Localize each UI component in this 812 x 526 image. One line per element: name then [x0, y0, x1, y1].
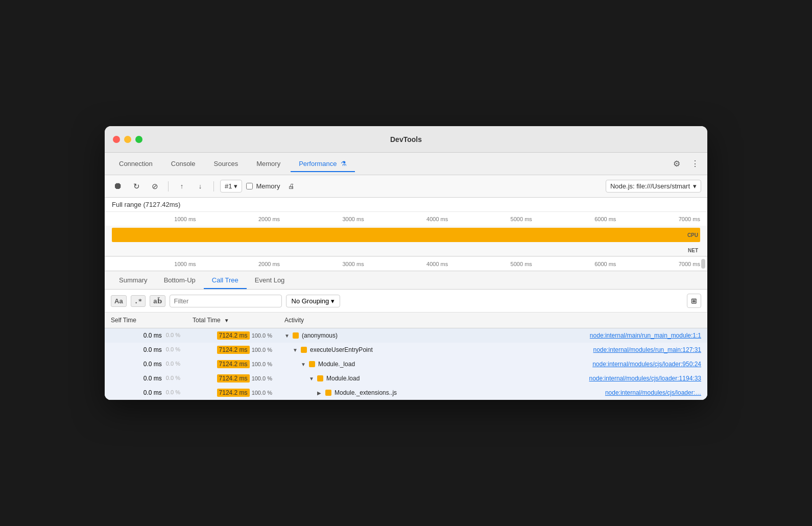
close-button[interactable]: [113, 136, 120, 143]
tab-connection[interactable]: Connection: [111, 156, 161, 172]
expand-arrow-icon[interactable]: ▼: [309, 376, 314, 381]
call-tree-table: Self Time Total Time ▼ Activity: [105, 313, 707, 400]
total-time-pct: 100.0 %: [252, 361, 272, 367]
memory-checkbox-input[interactable]: [246, 183, 253, 189]
activity-link[interactable]: node:internal/main/run_main_module:1:1: [590, 332, 701, 339]
memory-icon[interactable]: 🖨: [284, 179, 298, 194]
settings-icon[interactable]: ⚙: [671, 158, 683, 170]
expand-arrow-icon[interactable]: ▼: [301, 362, 306, 367]
table-row[interactable]: 0.0 ms 0.0 % 7124.2 ms 100.0 %: [105, 371, 707, 386]
activity-name: executeUserEntryPoint: [310, 346, 373, 353]
ruler-mark: 1000 ms: [174, 261, 196, 267]
col-header-self-time[interactable]: Self Time: [105, 313, 186, 328]
range-label: Full range (7127.42ms): [105, 198, 707, 211]
cpu-bar: [112, 228, 700, 242]
table-row[interactable]: 0.0 ms 0.0 % 7124.2 ms 100.0 %: [105, 357, 707, 371]
total-time-pct: 100.0 %: [252, 332, 272, 339]
cell-activity: ▶ Module._extensions..js node:internal/m…: [278, 386, 707, 400]
clear-button[interactable]: ⊘: [148, 179, 162, 194]
timeline-container: Full range (7127.42ms) 1000 ms 2000 ms 3…: [105, 198, 707, 271]
tab-event-log[interactable]: Event Log: [247, 271, 293, 289]
table-header-row: Self Time Total Time ▼ Activity: [105, 313, 707, 328]
tab-bar: Connection Console Sources Memory Perfor…: [105, 153, 707, 175]
record-button[interactable]: ⏺: [111, 179, 125, 194]
reload-button[interactable]: ↻: [129, 179, 144, 194]
ruler-mark: 6000 ms: [594, 261, 616, 267]
filter-input[interactable]: [170, 295, 282, 307]
self-time-value: 0.0 ms: [144, 332, 162, 339]
tab-sources[interactable]: Sources: [205, 156, 246, 172]
total-time-pct: 100.0 %: [252, 375, 272, 381]
more-options-icon[interactable]: ⋮: [689, 158, 701, 170]
cell-total-time: 7124.2 ms 100.0 %: [186, 357, 278, 371]
ruler-marks-bottom: 1000 ms 2000 ms 3000 ms 4000 ms 5000 ms …: [112, 261, 700, 267]
table-row[interactable]: 0.0 ms 0.0 % 7124.2 ms 100.0 %: [105, 386, 707, 400]
profile-selector[interactable]: #1 ▾: [220, 180, 242, 193]
tab-memory[interactable]: Memory: [248, 156, 289, 172]
ruler-mark: 2000 ms: [258, 216, 280, 222]
ruler-mark: 3000 ms: [342, 216, 364, 222]
tab-call-tree[interactable]: Call Tree: [204, 271, 247, 289]
bottom-panel: Summary Bottom-Up Call Tree Event Log Aa…: [105, 271, 707, 400]
download-button[interactable]: ↓: [193, 179, 207, 194]
cell-total-time: 7124.2 ms 100.0 %: [186, 328, 278, 343]
regex-toggle[interactable]: .*: [131, 295, 146, 307]
expand-arrow-icon[interactable]: ▼: [284, 333, 290, 339]
self-time-value: 0.0 ms: [144, 389, 162, 396]
tab-list: Connection Console Sources Memory Perfor…: [111, 156, 671, 172]
activity-link[interactable]: node:internal/modules/run_main:127:31: [593, 346, 701, 353]
total-time-pct: 100.0 %: [252, 347, 272, 353]
tab-performance[interactable]: Performance ⚗: [291, 156, 355, 172]
cpu-bar-container: CPU: [105, 226, 707, 244]
bottom-ruler[interactable]: 1000 ms 2000 ms 3000 ms 4000 ms 5000 ms …: [105, 256, 707, 271]
node-selector[interactable]: Node.js: file:///Users/stmart ▾: [606, 180, 701, 193]
ruler-mark: 5000 ms: [511, 261, 532, 267]
activity-link[interactable]: node:internal/modules/cjs/loader:950:24: [592, 361, 701, 368]
ruler-mark: 7000 ms: [679, 261, 700, 267]
table-row[interactable]: 0.0 ms 0.0 % 7124.2 ms 100.0 %: [105, 328, 707, 343]
cell-activity: ▼ Module.load node:internal/modules/cjs/…: [278, 371, 707, 386]
panel-toggle-button[interactable]: ⊞: [687, 294, 701, 308]
maximize-button[interactable]: [135, 136, 142, 143]
table-row[interactable]: 0.0 ms 0.0 % 7124.2 ms 100.0 %: [105, 343, 707, 357]
tab-console[interactable]: Console: [163, 156, 204, 172]
devtools-window: DevTools Connection Console Sources Memo…: [105, 126, 707, 400]
toolbar: ⏺ ↻ ⊘ ↑ ↓ #1 ▾ Memory 🖨 Node.js: file://…: [105, 175, 707, 198]
grouping-dropdown-icon: ▾: [331, 297, 335, 305]
minimize-button[interactable]: [124, 136, 131, 143]
activity-icon: [325, 390, 331, 396]
activity-icon: [317, 375, 323, 381]
expand-arrow-icon[interactable]: ▶: [317, 390, 322, 396]
activity-name: Module._load: [318, 361, 355, 368]
node-label: Node.js: file:///Users/stmart: [610, 182, 690, 190]
top-ruler[interactable]: 1000 ms 2000 ms 3000 ms 4000 ms 5000 ms …: [105, 211, 707, 226]
net-bar-container: NET: [105, 244, 707, 256]
call-tree-table-wrapper: Self Time Total Time ▼ Activity: [105, 313, 707, 400]
total-time-value: 7124.2 ms: [217, 374, 250, 382]
grouping-label: No Grouping: [292, 297, 329, 305]
scrollbar[interactable]: [701, 259, 705, 269]
ruler-mark: 2000 ms: [258, 261, 280, 267]
upload-button[interactable]: ↑: [175, 179, 189, 194]
tab-summary[interactable]: Summary: [111, 271, 156, 289]
self-time-pct: 0.0 %: [166, 361, 180, 368]
activity-link[interactable]: node:internal/modules/cjs/loader:…: [605, 389, 701, 396]
tab-bottom-up[interactable]: Bottom-Up: [156, 271, 204, 289]
sort-arrow-icon: ▼: [224, 318, 229, 323]
total-time-value: 7124.2 ms: [217, 360, 250, 368]
whole-word-toggle[interactable]: ab̄: [150, 295, 165, 307]
cell-self-time: 0.0 ms 0.0 %: [105, 343, 186, 357]
cell-total-time: 7124.2 ms 100.0 %: [186, 386, 278, 400]
bottom-tab-list: Summary Bottom-Up Call Tree Event Log: [105, 271, 707, 290]
case-sensitive-toggle[interactable]: Aa: [111, 295, 127, 307]
toolbar-divider-1: [168, 181, 169, 192]
memory-checkbox-wrapper[interactable]: Memory: [246, 182, 280, 190]
activity-link[interactable]: node:internal/modules/cjs/loader:1194:33: [589, 375, 701, 382]
col-header-total-time[interactable]: Total Time ▼: [186, 313, 278, 328]
self-time-pct: 0.0 %: [166, 375, 180, 382]
self-time-pct: 0.0 %: [166, 346, 180, 353]
toolbar-divider-2: [213, 181, 214, 192]
ruler-mark: 6000 ms: [594, 216, 616, 222]
grouping-select[interactable]: No Grouping ▾: [286, 295, 341, 307]
expand-arrow-icon[interactable]: ▼: [293, 347, 298, 353]
